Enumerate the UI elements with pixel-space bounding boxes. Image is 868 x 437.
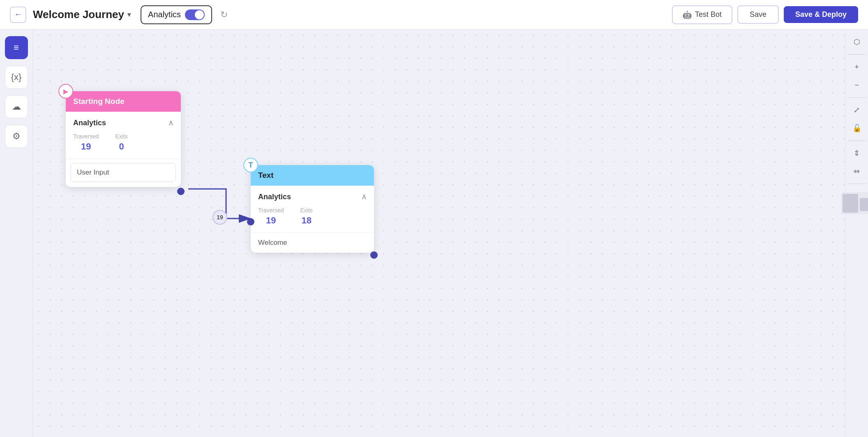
canvas[interactable]: 19 ▶ Starting Node Analytics ∧ Traversed…	[33, 30, 845, 437]
sidebar-item-variables[interactable]: {x}	[5, 66, 28, 89]
starting-node-exits: Exits 0	[115, 133, 128, 152]
minimap-box-2	[860, 198, 868, 211]
starting-node-analytics-label: Analytics	[73, 119, 106, 127]
text-exits-label: Exits	[300, 207, 313, 214]
starting-node-analytics-header: Analytics ∧	[73, 118, 173, 127]
text-node-header-label: Text	[258, 171, 274, 180]
refresh-button[interactable]: ↻	[220, 9, 228, 20]
text-node-analytics-label: Analytics	[258, 193, 291, 201]
text-node-icon: T	[243, 158, 258, 172]
sidebar-item-cloud[interactable]: ☁	[5, 95, 28, 118]
menu-icon: ≡	[14, 42, 19, 53]
text-node-analytics-header: Analytics ∧	[258, 192, 367, 201]
edge-badge-value: 19	[217, 214, 223, 221]
connector-svg	[33, 30, 845, 437]
lock-button[interactable]: 🔓	[850, 121, 864, 136]
cube-button[interactable]: ⬡	[850, 34, 864, 49]
sidebar-item-menu[interactable]: ≡	[5, 36, 28, 59]
traversed-label: Traversed	[73, 133, 99, 140]
exits-value: 0	[119, 141, 124, 152]
text-node-footer: Welcome	[251, 233, 374, 253]
align-v-button[interactable]: ⇕	[850, 146, 864, 161]
journey-title: Welcome Journey ▾	[33, 8, 131, 21]
analytics-toggle-container: Analytics	[141, 5, 212, 24]
back-button[interactable]: ←	[10, 7, 26, 23]
text-node-analytics: Analytics ∧ Traversed 19 Exits 18	[251, 186, 374, 233]
save-deploy-button[interactable]: Save & Deploy	[784, 6, 858, 23]
toolbar-divider-3	[848, 140, 866, 141]
toolbar-divider-1	[848, 54, 866, 55]
text-node-output-connector[interactable]	[370, 251, 378, 259]
starting-node-icon: ▶	[58, 84, 73, 99]
text-node-traversed: Traversed 19	[258, 207, 284, 226]
text-node-analytics-collapse[interactable]: ∧	[361, 192, 367, 201]
header-actions: 🤖 Test Bot Save Save & Deploy	[672, 5, 858, 24]
text-traversed-value: 19	[266, 215, 276, 226]
starting-node-header-label: Starting Node	[73, 97, 125, 106]
sidebar: ≡ {x} ☁ ⚙	[0, 30, 33, 437]
zoom-in-button[interactable]: +	[850, 60, 864, 74]
text-node-stats: Traversed 19 Exits 18	[258, 207, 367, 226]
starting-node-header: Starting Node	[66, 91, 181, 112]
header: ← Welcome Journey ▾ Analytics ↻ 🤖 Test B…	[0, 0, 868, 30]
test-bot-label: Test Bot	[695, 10, 722, 19]
expand-button[interactable]: ⤢	[850, 103, 864, 117]
test-bot-button[interactable]: 🤖 Test Bot	[672, 5, 732, 24]
sidebar-item-settings[interactable]: ⚙	[5, 125, 28, 148]
starting-node-traversed: Traversed 19	[73, 133, 99, 152]
starting-node-analytics-collapse[interactable]: ∧	[168, 118, 173, 127]
text-node-footer-label: Welcome	[258, 239, 287, 246]
starting-node: ▶ Starting Node Analytics ∧ Traversed 19…	[66, 91, 181, 187]
text-node-input-connector[interactable]	[247, 218, 254, 225]
canvas-wrapper: ≡ {x} ☁ ⚙ 19	[0, 30, 868, 437]
cloud-icon: ☁	[12, 101, 21, 112]
starting-node-analytics: Analytics ∧ Traversed 19 Exits 0	[66, 112, 181, 159]
text-node-header: Text	[251, 165, 374, 186]
starting-node-stats: Traversed 19 Exits 0	[73, 133, 173, 152]
analytics-toggle[interactable]	[185, 9, 205, 20]
zoom-out-button[interactable]: −	[850, 78, 864, 92]
text-node-exits: Exits 18	[300, 207, 313, 226]
starting-node-footer: User Input	[71, 163, 176, 182]
right-toolbar: ⬡ + − ⤢ 🔓 ⇕ ⇔	[845, 30, 868, 437]
toolbar-divider-2	[848, 97, 866, 98]
settings-icon: ⚙	[12, 131, 21, 142]
text-node: T Text Analytics ∧ Traversed 19 Exits	[251, 165, 374, 253]
toggle-knob	[195, 10, 204, 19]
starting-node-output-connector[interactable]	[177, 188, 185, 195]
text-traversed-label: Traversed	[258, 207, 284, 214]
text-exits-value: 18	[301, 215, 311, 226]
exits-label: Exits	[115, 133, 128, 140]
title-dropdown-arrow[interactable]: ▾	[127, 11, 131, 18]
align-h-button[interactable]: ⇔	[850, 164, 864, 179]
analytics-toggle-label: Analytics	[148, 10, 181, 19]
save-button[interactable]: Save	[737, 5, 779, 24]
toolbar-divider-4	[848, 184, 866, 184]
journey-title-text: Welcome Journey	[33, 8, 124, 21]
variables-icon: {x}	[11, 72, 22, 83]
edge-badge: 19	[212, 210, 227, 225]
starting-node-footer-label: User Input	[77, 168, 109, 176]
traversed-value: 19	[81, 141, 91, 152]
test-bot-icon: 🤖	[683, 10, 692, 19]
